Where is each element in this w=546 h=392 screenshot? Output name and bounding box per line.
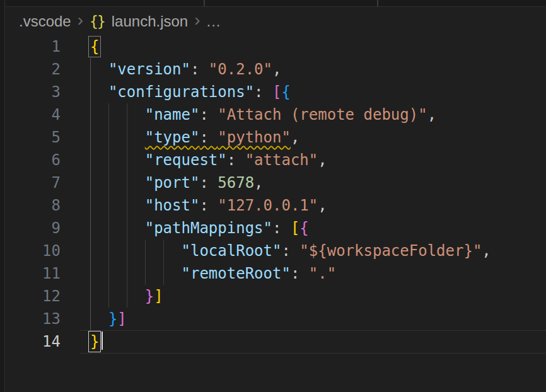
code-token <box>90 219 145 237</box>
json-braces-icon: {} <box>90 13 106 30</box>
chevron-right-icon: › <box>77 11 84 32</box>
code-token: } <box>108 310 117 328</box>
code-token <box>90 106 145 124</box>
code-token: "localRoot" <box>182 242 282 260</box>
line-number[interactable]: 9 <box>6 217 61 239</box>
code-token: "port" <box>145 174 200 192</box>
code-line[interactable]: 9 "pathMappings": [{ <box>0 217 546 239</box>
code-token: "Attach (remote debug)" <box>218 106 427 124</box>
bracket-match: { <box>90 38 99 55</box>
code-token: : <box>254 83 272 101</box>
code-text: "port": 5678, <box>90 171 264 194</box>
tab-bar[interactable] <box>6 0 546 7</box>
code-token: , <box>272 61 281 78</box>
code-text: "name": "Attach (remote debug)", <box>90 103 436 126</box>
code-line[interactable]: 5 "type": "python", <box>0 126 546 149</box>
code-token: , <box>318 151 327 169</box>
code-token: "attach" <box>245 151 318 169</box>
line-number[interactable]: 11 <box>6 262 61 285</box>
code-text: "remoteRoot": "." <box>90 262 336 285</box>
code-token: [ <box>291 219 299 237</box>
line-number[interactable]: 3 <box>6 81 61 103</box>
line-number[interactable]: 1 <box>6 35 61 58</box>
tab-divider <box>204 0 205 6</box>
code-token: "remoteRoot" <box>182 265 291 282</box>
code-token <box>90 265 182 282</box>
code-line[interactable]: 4 "name": "Attach (remote debug)", <box>0 103 546 126</box>
code-line[interactable]: 7 "port": 5678, <box>0 171 546 194</box>
line-number[interactable]: 14 <box>6 330 61 353</box>
code-text: "host": "127.0.0.1", <box>90 194 327 217</box>
chevron-right-icon: › <box>194 11 200 32</box>
code-token: : <box>199 174 218 192</box>
code-token: : <box>199 106 218 124</box>
code-token <box>90 83 108 101</box>
code-token: , <box>427 106 436 124</box>
line-number[interactable]: 8 <box>6 194 61 217</box>
code-token: , <box>291 129 299 146</box>
code-text: "type": "python", <box>90 126 299 149</box>
code-token: "." <box>309 265 336 282</box>
breadcrumb-folder[interactable]: .vscode <box>19 13 71 30</box>
warning-squiggle-token: "python" <box>218 129 291 146</box>
code-text: } <box>90 330 103 353</box>
code-token: "configurations" <box>108 83 254 101</box>
code-token: "request" <box>145 151 227 169</box>
code-text: "pathMappings": [{ <box>90 217 309 239</box>
code-token: { <box>299 219 308 237</box>
line-number[interactable]: 6 <box>6 149 61 171</box>
code-token <box>90 129 145 146</box>
code-token: ] <box>117 310 126 328</box>
warning-squiggle-token: : <box>199 129 218 146</box>
line-number[interactable]: 12 <box>6 285 61 308</box>
code-token <box>90 197 145 214</box>
code-token <box>90 310 108 328</box>
code-token: "name" <box>145 106 200 124</box>
code-token: : <box>272 219 291 237</box>
code-line[interactable]: 3 "configurations": [{ <box>0 81 546 103</box>
code-line[interactable]: 6 "request": "attach", <box>0 149 546 171</box>
editor-code-area[interactable]: 1{2 "version": "0.2.0",3 "configurations… <box>0 35 546 353</box>
code-token: "version" <box>108 61 190 78</box>
line-number[interactable]: 4 <box>6 103 61 126</box>
code-token: : <box>291 265 309 282</box>
code-token <box>90 287 145 305</box>
line-number[interactable]: 5 <box>6 126 61 149</box>
line-number[interactable]: 13 <box>6 308 61 330</box>
code-text: }] <box>90 285 163 308</box>
code-text: }] <box>90 308 127 330</box>
code-token: , <box>482 242 491 260</box>
code-line[interactable]: 11 "remoteRoot": "." <box>0 262 546 285</box>
code-line[interactable]: 12 }] <box>0 285 546 308</box>
code-line[interactable]: 10 "localRoot": "${workspaceFolder}", <box>0 239 546 262</box>
code-token: ] <box>154 287 163 305</box>
code-line[interactable]: 1{ <box>0 35 546 58</box>
code-token <box>90 174 145 192</box>
line-number[interactable]: 10 <box>6 239 61 262</box>
code-token <box>90 242 182 260</box>
code-token: : <box>227 151 245 169</box>
code-token: "127.0.0.1" <box>218 197 318 214</box>
code-line[interactable]: 8 "host": "127.0.0.1", <box>0 194 546 217</box>
code-line[interactable]: 2 "version": "0.2.0", <box>0 58 546 81</box>
line-number[interactable]: 2 <box>6 58 61 81</box>
editor-group-left-border <box>0 0 5 392</box>
code-text: "configurations": [{ <box>90 81 291 103</box>
code-text: "localRoot": "${workspaceFolder}", <box>90 239 491 262</box>
code-token: : <box>281 242 299 260</box>
breadcrumb-file[interactable]: launch.json <box>112 13 188 30</box>
code-text: "request": "attach", <box>90 149 327 171</box>
code-token <box>90 61 108 78</box>
breadcrumb-symbol-ellipsis[interactable]: ... <box>207 13 221 30</box>
code-line[interactable]: 13 }] <box>0 308 546 330</box>
code-token: "0.2.0" <box>209 61 272 78</box>
code-line[interactable]: 14} <box>0 330 546 353</box>
warning-squiggle-token: "type" <box>145 129 200 146</box>
code-token: "host" <box>145 197 200 214</box>
code-token <box>90 151 145 169</box>
code-token: "${workspaceFolder}" <box>299 242 482 260</box>
code-token: } <box>145 287 154 305</box>
line-number[interactable]: 7 <box>6 171 61 194</box>
code-token: "pathMappings" <box>145 219 272 237</box>
tab-divider <box>377 0 378 6</box>
